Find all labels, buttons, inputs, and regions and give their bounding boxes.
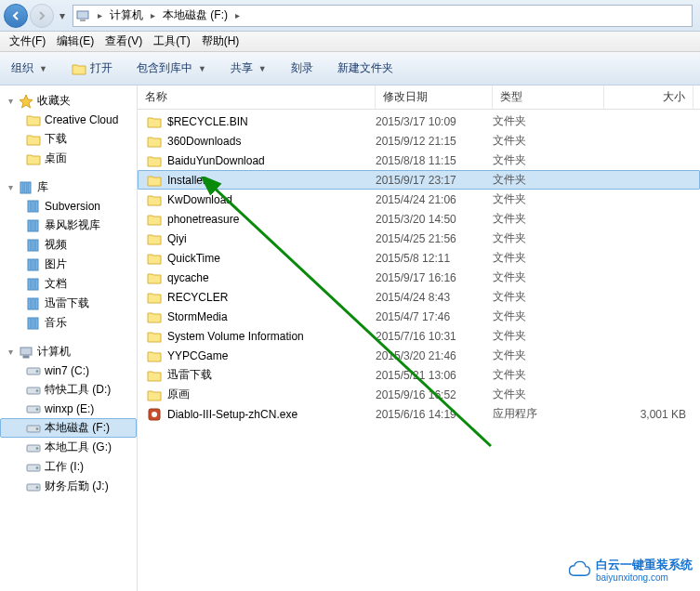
file-date: 2015/7/16 10:31 — [376, 330, 493, 343]
file-date: 2015/6/16 14:19 — [376, 408, 493, 421]
nav-item-drive[interactable]: win7 (C:) — [0, 361, 137, 380]
file-row[interactable]: 迅雷下载2015/5/21 13:06文件夹 — [138, 365, 700, 385]
nav-item-drive[interactable]: 本地工具 (G:) — [0, 438, 137, 457]
nav-history-dropdown[interactable]: ▾ — [56, 4, 69, 28]
nav-libraries-group: ▾ 库 Subversion暴风影视库视频图片文档迅雷下载音乐 — [0, 177, 137, 333]
svg-rect-20 — [28, 298, 31, 309]
file-type: 文件夹 — [493, 348, 604, 363]
svg-rect-0 — [77, 11, 88, 19]
file-row[interactable]: $RECYCLE.BIN2015/3/17 10:09文件夹 — [138, 112, 700, 131]
nav-forward-button[interactable] — [30, 4, 54, 28]
file-row[interactable]: YYPCGame2015/3/20 21:46文件夹 — [138, 346, 700, 365]
file-row[interactable]: RECYCLER2015/4/24 8:43文件夹 — [138, 287, 700, 307]
include-in-library-button[interactable]: 包含到库中▼ — [131, 58, 212, 79]
share-button[interactable]: 共享▼ — [225, 58, 272, 79]
address-bar[interactable]: ▸ 计算机 ▸ 本地磁盘 (F:) ▸ — [73, 5, 693, 27]
nav-item-library[interactable]: 文档 — [0, 274, 137, 294]
file-row[interactable]: Installer2015/9/17 23:17文件夹 — [138, 170, 700, 190]
nav-computer-header[interactable]: ▾ 计算机 — [0, 342, 137, 361]
nav-item-label: 视频 — [45, 237, 67, 253]
file-name: 迅雷下载 — [167, 367, 212, 383]
menu-tools[interactable]: 工具(T) — [148, 32, 195, 51]
nav-item-drive[interactable]: 工作 (I:) — [0, 457, 137, 477]
burn-button[interactable]: 刻录 — [285, 58, 319, 79]
nav-libraries-header[interactable]: ▾ 库 — [0, 177, 137, 197]
svg-point-29 — [36, 371, 38, 373]
nav-item-drive[interactable]: 特快工具 (D:) — [0, 380, 137, 400]
nav-item-drive[interactable]: 财务后勤 (J:) — [0, 477, 137, 496]
file-row[interactable]: 360Downloads2015/9/12 21:15文件夹 — [138, 131, 700, 151]
file-type: 文件夹 — [493, 211, 604, 227]
file-row[interactable]: BaiduYunDownload2015/8/18 11:15文件夹 — [138, 151, 700, 170]
file-row[interactable]: 原画2015/9/16 16:52文件夹 — [138, 385, 700, 404]
new-folder-button[interactable]: 新建文件夹 — [332, 58, 399, 79]
file-type: 文件夹 — [493, 230, 604, 246]
svg-rect-16 — [35, 259, 38, 270]
nav-item-favorite[interactable]: Creative Cloud — [0, 111, 137, 129]
file-list[interactable]: $RECYCLE.BIN2015/3/17 10:09文件夹360Downloa… — [138, 110, 700, 591]
file-row[interactable]: System Volume Information2015/7/16 10:31… — [138, 326, 700, 346]
file-row[interactable]: KwDownload2015/4/24 21:06文件夹 — [138, 190, 700, 209]
file-date: 2015/4/25 21:56 — [376, 232, 493, 245]
file-row[interactable]: QuickTime2015/5/8 12:11文件夹 — [138, 248, 700, 268]
nav-item-library[interactable]: 迅雷下载 — [0, 294, 137, 313]
file-type: 文件夹 — [493, 367, 604, 383]
file-type: 文件夹 — [493, 250, 604, 266]
file-row[interactable]: Qiyi2015/4/25 21:56文件夹 — [138, 229, 700, 248]
column-size[interactable]: 大小 — [604, 85, 693, 109]
svg-rect-27 — [23, 356, 29, 358]
nav-back-button[interactable] — [4, 4, 28, 28]
column-type[interactable]: 类型 — [493, 85, 604, 109]
file-name: Qiyi — [167, 232, 187, 245]
nav-favorites-header[interactable]: ▾ 收藏夹 — [0, 91, 137, 111]
svg-rect-5 — [28, 201, 31, 212]
svg-rect-24 — [32, 318, 34, 329]
watermark-logo-icon — [566, 558, 592, 584]
nav-item-favorite[interactable]: 下载 — [0, 129, 137, 149]
file-row[interactable]: qycache2015/9/17 16:16文件夹 — [138, 268, 700, 287]
file-row[interactable]: phonetreasure2015/3/20 14:50文件夹 — [138, 209, 700, 229]
svg-rect-25 — [35, 318, 38, 329]
root-dropdown-icon[interactable]: ▸ — [94, 10, 106, 20]
nav-item-library[interactable]: 音乐 — [0, 313, 137, 333]
chevron-right-icon[interactable]: ▸ — [231, 10, 244, 20]
column-date[interactable]: 修改日期 — [376, 85, 493, 109]
menu-help[interactable]: 帮助(H) — [196, 32, 245, 51]
chevron-right-icon[interactable]: ▸ — [147, 10, 159, 20]
nav-item-library[interactable]: 图片 — [0, 255, 137, 274]
file-type: 文件夹 — [493, 387, 604, 402]
menu-file[interactable]: 文件(F) — [4, 32, 51, 51]
nav-item-label: win7 (C:) — [45, 364, 89, 377]
nav-favorites-label: 收藏夹 — [37, 93, 71, 109]
nav-item-label: 图片 — [45, 256, 67, 272]
column-name[interactable]: 名称 — [138, 85, 376, 109]
menu-view[interactable]: 查看(V) — [99, 32, 148, 51]
file-type: 文件夹 — [493, 328, 604, 344]
file-type: 文件夹 — [493, 289, 604, 305]
file-name: RECYCLER — [167, 291, 228, 304]
organize-button[interactable]: 组织▼ — [6, 58, 53, 79]
breadcrumb-computer[interactable]: 计算机 — [106, 6, 147, 26]
svg-point-39 — [36, 466, 38, 468]
nav-item-library[interactable]: 视频 — [0, 235, 137, 255]
star-icon — [19, 94, 33, 109]
nav-item-library[interactable]: 暴风影视库 — [0, 216, 137, 235]
nav-item-favorite[interactable]: 桌面 — [0, 149, 137, 168]
file-name: $RECYCLE.BIN — [167, 115, 248, 128]
file-row[interactable]: StormMedia2015/4/7 17:46文件夹 — [138, 307, 700, 326]
nav-item-label: 工作 (I:) — [45, 459, 84, 475]
svg-point-41 — [36, 486, 38, 488]
file-name: qycache — [167, 271, 209, 284]
nav-item-library[interactable]: Subversion — [0, 197, 137, 216]
svg-rect-1 — [80, 20, 86, 21]
breadcrumb-drive[interactable]: 本地磁盘 (F:) — [159, 6, 231, 26]
svg-point-35 — [36, 427, 38, 429]
nav-item-drive[interactable]: winxp (E:) — [0, 400, 137, 418]
file-row[interactable]: Diablo-III-Setup-zhCN.exe2015/6/16 14:19… — [138, 404, 700, 424]
open-button[interactable]: 打开 — [66, 58, 118, 79]
file-type: 文件夹 — [493, 172, 604, 188]
menu-edit[interactable]: 编辑(E) — [51, 32, 99, 51]
nav-item-drive[interactable]: 本地磁盘 (F:) — [0, 418, 137, 438]
navigation-pane[interactable]: ▾ 收藏夹 Creative Cloud下载桌面 ▾ 库 Subversion暴… — [0, 85, 138, 591]
titlebar: ▾ ▸ 计算机 ▸ 本地磁盘 (F:) ▸ — [0, 0, 700, 32]
